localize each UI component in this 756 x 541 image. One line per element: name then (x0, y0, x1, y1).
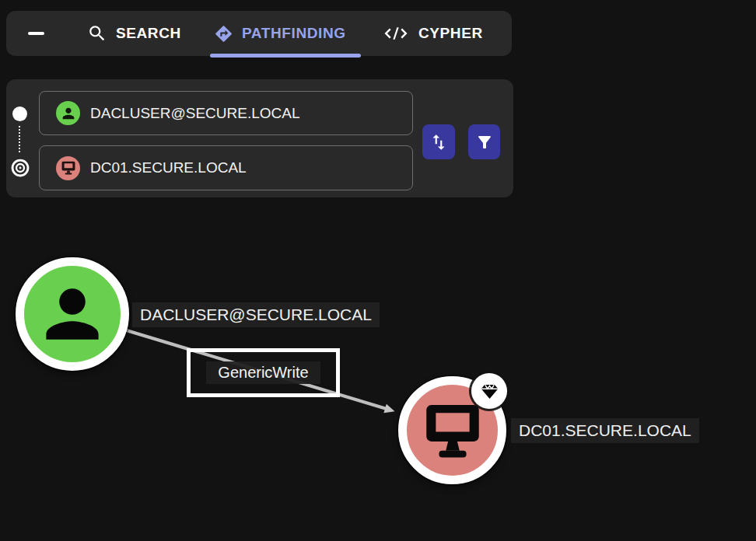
graph-node-user[interactable] (16, 257, 129, 371)
bullseye-icon (10, 158, 30, 178)
path-connector-dotted-line (19, 126, 20, 152)
filter-icon (475, 133, 494, 152)
filter-button[interactable] (468, 124, 500, 159)
swap-vertical-icon (429, 132, 449, 152)
end-node-input[interactable]: DC01.SECURE.LOCAL (39, 145, 413, 190)
computer-icon (418, 396, 487, 465)
tab-pathfinding-label: PATHFINDING (242, 25, 346, 42)
edge-label: GenericWrite (206, 361, 320, 384)
graph-node-computer-label: DC01.SECURE.LOCAL (511, 418, 699, 443)
tab-cypher[interactable]: CYPHER (382, 11, 483, 56)
active-tab-indicator (210, 54, 361, 58)
start-node-input[interactable]: DACLUSER@SECURE.LOCAL (39, 91, 413, 135)
gem-icon (479, 381, 500, 402)
start-dot-icon (12, 106, 27, 121)
user-icon (35, 277, 110, 351)
computer-icon (56, 156, 80, 180)
directions-icon (214, 24, 233, 44)
end-node-value: DC01.SECURE.LOCAL (90, 159, 247, 176)
graph-node-computer[interactable] (398, 376, 506, 484)
search-icon (87, 23, 107, 44)
code-icon (382, 24, 410, 43)
graph-node-user-label: DACLUSER@SECURE.LOCAL (132, 302, 380, 327)
pathfinding-panel: DACLUSER@SECURE.LOCAL DC01.SECURE.LOCAL (6, 79, 513, 197)
minimize-button[interactable] (19, 11, 53, 56)
edge-selection-box[interactable]: GenericWrite (187, 348, 340, 397)
swap-nodes-button[interactable] (422, 124, 455, 159)
user-icon (56, 101, 80, 125)
tab-search[interactable]: SEARCH (87, 11, 181, 56)
tab-pathfinding[interactable]: PATHFINDING (214, 11, 346, 56)
tab-cypher-label: CYPHER (418, 25, 483, 42)
high-value-badge (471, 373, 507, 409)
tab-search-label: SEARCH (116, 25, 181, 42)
minimize-icon (28, 32, 44, 35)
tab-bar: SEARCH PATHFINDING CYPHER (6, 11, 512, 56)
start-node-value: DACLUSER@SECURE.LOCAL (90, 105, 300, 122)
